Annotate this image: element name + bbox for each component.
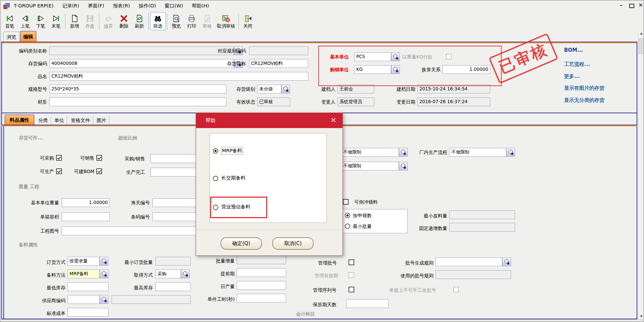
tab-browse[interactable]: 浏览 bbox=[3, 32, 19, 42]
rule-code-field[interactable] bbox=[249, 46, 308, 55]
restore-button[interactable] bbox=[629, 4, 634, 8]
lookup-icon[interactable] bbox=[391, 52, 400, 61]
menu-item-help[interactable]: 帮助(H) bbox=[187, 1, 213, 10]
spec-field[interactable]: 250*240*35 bbox=[49, 85, 226, 93]
tab-classification[interactable]: 分类 bbox=[36, 116, 51, 125]
delete-button[interactable]: 删除 bbox=[116, 12, 132, 30]
lookup-icon[interactable] bbox=[100, 257, 108, 266]
prev-record-icon bbox=[21, 14, 30, 23]
link-more[interactable]: 更多... bbox=[564, 73, 580, 80]
scroll-down-icon[interactable]: ▼ bbox=[638, 313, 644, 319]
max-stock-field[interactable] bbox=[155, 282, 191, 291]
order-mode-field[interactable]: 按需求量 bbox=[67, 257, 100, 266]
link-process-flow[interactable]: 工艺流程... bbox=[564, 61, 590, 68]
menu-item-app[interactable]: T-GROUP ERP(E) bbox=[9, 1, 58, 10]
min-stock-field[interactable] bbox=[67, 282, 108, 291]
tab-edit[interactable]: 编辑 bbox=[20, 31, 36, 42]
standard-cost-field[interactable] bbox=[67, 308, 108, 317]
menu-item-report[interactable]: 报表(R) bbox=[108, 1, 134, 10]
base-unit-weight-field[interactable]: 1.00000 bbox=[62, 198, 110, 207]
lookup-icon[interactable] bbox=[391, 65, 400, 74]
vertical-scrollbar[interactable]: ▲ ▼ bbox=[638, 30, 644, 319]
mrp-radio[interactable] bbox=[213, 148, 218, 154]
menu-item-record[interactable]: 记录(R) bbox=[58, 1, 83, 10]
tab-images[interactable]: 图片 bbox=[94, 116, 109, 125]
link-show-with-images[interactable]: 显示有图片的存货 bbox=[564, 85, 604, 91]
minimize-button[interactable]: – bbox=[617, 2, 625, 8]
limit-field-2[interactable]: 不做限制 bbox=[341, 162, 399, 170]
ok-button[interactable]: 确定(Q) bbox=[221, 237, 262, 250]
lead-time-label: 提前期 bbox=[211, 269, 235, 278]
level-field[interactable]: 未分级 bbox=[257, 85, 281, 93]
vendor-code-field[interactable] bbox=[67, 295, 100, 304]
menu-item-interface[interactable]: 界面(F) bbox=[84, 1, 109, 10]
cycle-time-field[interactable] bbox=[237, 294, 286, 303]
box-volume-field[interactable] bbox=[62, 212, 110, 221]
preview-button[interactable]: 预览 bbox=[169, 12, 184, 30]
dialog-close-icon[interactable]: × bbox=[329, 116, 338, 124]
tab-units[interactable]: 单位 bbox=[52, 116, 67, 125]
base-unit-field[interactable]: PCS bbox=[354, 52, 391, 61]
manage-serial-checkbox[interactable] bbox=[349, 287, 354, 292]
acquire-mode-field[interactable]: 采购 bbox=[155, 270, 181, 278]
order-mode-label: 订货方式 bbox=[37, 258, 65, 267]
limit-field-1[interactable]: 不做限制 bbox=[341, 148, 399, 157]
base-unit-label: 基本单位 bbox=[323, 52, 349, 61]
cancel-audit-button[interactable]: 取消审核 bbox=[215, 12, 237, 30]
scroll-up-icon[interactable]: ▲ bbox=[638, 30, 644, 36]
menu-item-operation[interactable]: 操作(O) bbox=[134, 1, 160, 10]
last-record-button[interactable]: 末笔 bbox=[48, 12, 64, 30]
long-lead-radio[interactable] bbox=[213, 176, 218, 181]
shelf-life-field[interactable] bbox=[347, 299, 389, 308]
conversion-field[interactable]: 1.00000 bbox=[443, 65, 490, 74]
purchasable-checkbox[interactable] bbox=[56, 155, 62, 161]
lot-rule-field[interactable] bbox=[435, 257, 502, 266]
lead-time-field[interactable] bbox=[237, 268, 286, 277]
material-field[interactable] bbox=[49, 97, 226, 106]
forecast-radio[interactable] bbox=[213, 205, 218, 210]
new-button[interactable]: 新增 bbox=[67, 12, 82, 30]
link-show-unclassified[interactable]: 显示无分类的存货 bbox=[564, 97, 604, 104]
lookup-icon[interactable] bbox=[502, 257, 511, 266]
cancel-button[interactable]: 取消(C) bbox=[272, 237, 314, 250]
sellable-checkbox[interactable] bbox=[96, 155, 102, 161]
tab-item-properties[interactable]: 料品属性 bbox=[5, 115, 34, 125]
toolbar-separator bbox=[238, 13, 239, 30]
lookup-icon[interactable] bbox=[506, 148, 515, 157]
factory-flow-field[interactable]: 不做限制 bbox=[449, 148, 506, 157]
menu-item-window[interactable]: 窗口(W) bbox=[160, 1, 188, 10]
filter-button[interactable]: 筛选 bbox=[150, 12, 166, 30]
close-button[interactable]: 关闭 bbox=[240, 12, 256, 30]
bom-allowed-checkbox[interactable] bbox=[96, 168, 102, 174]
trade-unit-field[interactable]: KG bbox=[354, 65, 391, 74]
by-request-radio[interactable] bbox=[345, 213, 350, 218]
prev-record-button[interactable]: 上笔 bbox=[17, 12, 33, 30]
print-button[interactable]: 打印 bbox=[184, 12, 199, 30]
scroll-thumb[interactable] bbox=[639, 38, 644, 54]
dialog-titlebar[interactable]: 帮助 bbox=[196, 113, 342, 128]
lot-rule-label: 批号生成规则 bbox=[395, 258, 433, 267]
producible-checkbox[interactable] bbox=[56, 168, 62, 174]
link-bom[interactable]: BOM... bbox=[564, 47, 583, 53]
stocking-method-field[interactable]: MRP备料 bbox=[67, 270, 100, 278]
lookup-icon[interactable] bbox=[399, 148, 408, 157]
first-record-button[interactable]: 首笔 bbox=[2, 12, 17, 30]
close-window-button[interactable]: × bbox=[637, 2, 644, 8]
inv-short-field[interactable]: CR12MOV精料 bbox=[249, 59, 308, 68]
manage-lot-checkbox[interactable] bbox=[349, 259, 354, 265]
dialog-footer: 确定(Q) 取消(C) bbox=[196, 230, 342, 256]
lookup-icon[interactable] bbox=[181, 270, 190, 278]
vendor-code-label: 供应商编码 bbox=[33, 296, 65, 305]
lookup-icon[interactable] bbox=[281, 85, 290, 93]
lookup-icon[interactable] bbox=[100, 270, 108, 278]
lookup-icon[interactable] bbox=[100, 295, 108, 304]
next-record-button[interactable]: 下笔 bbox=[33, 12, 48, 30]
save-button: 存盘 bbox=[82, 12, 98, 30]
tab-qualification-files[interactable]: 资格文件 bbox=[68, 116, 93, 125]
name-field[interactable]: CR12MOV精料 bbox=[49, 72, 308, 81]
min-batch-radio[interactable] bbox=[345, 224, 350, 229]
lookup-icon[interactable] bbox=[399, 162, 408, 170]
daily-output-field[interactable] bbox=[237, 281, 286, 290]
refresh-button[interactable]: 刷新 bbox=[132, 12, 147, 30]
backflush-checkbox[interactable] bbox=[343, 199, 349, 205]
